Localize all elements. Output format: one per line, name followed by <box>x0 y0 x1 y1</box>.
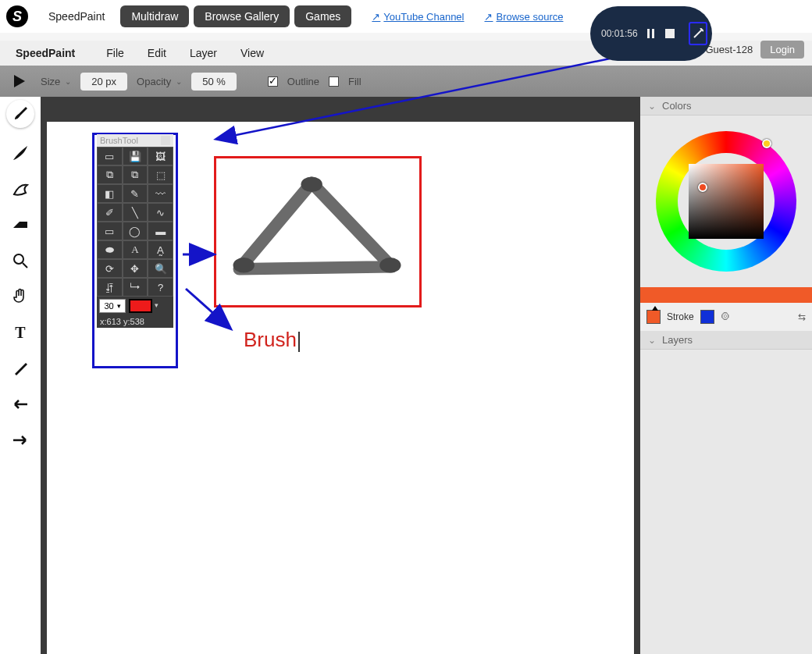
bt-text-icon[interactable]: A <box>123 240 148 259</box>
svg-rect-2 <box>665 29 675 38</box>
bt-help-icon[interactable]: ? <box>148 278 173 297</box>
stop-icon[interactable] <box>664 28 675 39</box>
link-youtube[interactable]: ↗YouTube Channel <box>372 11 464 23</box>
bt-dropper-icon[interactable]: ✐ <box>97 203 123 222</box>
bt-brush2-icon[interactable]: 〰 <box>148 184 173 203</box>
login-button[interactable]: Login <box>760 41 804 59</box>
brush-tool-icon[interactable] <box>6 100 34 128</box>
panel-collapse-icon[interactable] <box>161 136 170 145</box>
bt-coords: x:613 y:538 <box>97 315 173 328</box>
stroke-label: Stroke <box>667 311 694 322</box>
bt-line-icon[interactable]: ╲ <box>123 203 148 222</box>
app-name: SpeedPaint <box>16 47 75 59</box>
bt-zoom-icon[interactable]: 🔍 <box>148 259 173 278</box>
bt-paste-icon[interactable]: ⧉ <box>123 165 148 184</box>
link-browse-source[interactable]: ↗Browse source <box>484 11 563 23</box>
saturation-value-box[interactable] <box>689 164 764 239</box>
opacity-label: Opacity <box>137 76 171 87</box>
hue-handle[interactable] <box>762 139 771 148</box>
external-link-icon: ↗ <box>484 11 493 23</box>
svg-point-6 <box>233 258 255 273</box>
bt-select-icon[interactable]: ⬚ <box>148 165 173 184</box>
svg-point-3 <box>14 254 23 264</box>
bucket-icon[interactable]: ⭗ <box>721 311 730 322</box>
svg-rect-1 <box>652 29 654 38</box>
size-label: Size <box>41 76 60 87</box>
right-panel: ⌄Colors Stroke ⭗ ⇆ ⌄Layers <box>640 97 812 654</box>
bt-save-icon[interactable]: 💾 <box>123 147 148 165</box>
text-cursor <box>298 332 300 352</box>
bt-size-select[interactable]: 30 <box>99 299 126 313</box>
brushtool-grid: ▭ 💾 🖼 ⧉ ⧉ ⬚ ◧ ✎ 〰 ✐ ╲ ∿ ▭ ◯ ▬ ⬬ A A̰ ⟳ ✥… <box>97 147 173 297</box>
menu-view[interactable]: View <box>240 47 264 59</box>
tab-games[interactable]: Games <box>294 5 351 27</box>
bt-curve-icon[interactable]: ∿ <box>148 203 173 222</box>
current-color-swatch <box>640 287 812 303</box>
svg-line-4 <box>23 263 27 268</box>
redo-icon[interactable] <box>6 429 34 451</box>
svg-rect-0 <box>647 29 650 38</box>
layers-panel-header[interactable]: ⌄Layers <box>640 331 812 350</box>
bt-move-icon[interactable]: ✥ <box>123 259 148 278</box>
external-link-icon: ↗ <box>372 11 380 23</box>
bt-color-select[interactable] <box>129 299 152 313</box>
drawing-selection-box <box>214 156 422 307</box>
bt-ellipse-icon[interactable]: ◯ <box>123 222 148 240</box>
svg-point-7 <box>379 258 401 273</box>
bt-pointer-icon[interactable]: ⮡ <box>123 278 148 297</box>
bt-fillrect-icon[interactable]: ▬ <box>148 222 173 240</box>
logo[interactable]: S <box>6 5 28 27</box>
stroke-bar: Stroke ⭗ ⇆ <box>640 303 812 331</box>
outline-label: Outline <box>287 76 319 87</box>
colors-panel-header[interactable]: ⌄Colors <box>640 97 812 116</box>
pen-tool-icon[interactable] <box>6 142 34 164</box>
fill-label: Fill <box>348 76 361 87</box>
outline-checkbox[interactable] <box>268 76 278 87</box>
bt-image-icon[interactable]: 🖼 <box>148 147 173 165</box>
bt-eraser-icon[interactable]: ◧ <box>97 184 123 203</box>
pause-icon[interactable] <box>646 28 657 39</box>
canvas-text[interactable]: Brush <box>244 328 300 352</box>
brushtool-panel[interactable]: BrushTool ▭ 💾 🖼 ⧉ ⧉ ⬚ ◧ ✎ 〰 ✐ ╲ ∿ ▭ ◯ ▬ … <box>97 134 173 328</box>
bt-rect-icon[interactable]: ▭ <box>97 222 123 240</box>
fill-checkbox[interactable] <box>329 76 339 87</box>
fill-color-swatch[interactable] <box>646 310 661 324</box>
menu-layer[interactable]: Layer <box>190 47 217 59</box>
chevron-down-icon: ⌄ <box>648 335 656 346</box>
tab-multidraw[interactable]: Multidraw <box>120 5 189 27</box>
bt-text2-icon[interactable]: A̰ <box>148 240 173 259</box>
smudge-tool-icon[interactable] <box>6 178 34 200</box>
sv-handle[interactable] <box>698 183 707 192</box>
size-field[interactable]: 20 px <box>80 73 127 91</box>
stroke-color-swatch[interactable] <box>700 310 714 324</box>
bt-fill-icon[interactable]: ⭿ <box>97 278 123 297</box>
tool-rail: T <box>0 97 41 654</box>
chevron-down-icon: ⌄ <box>648 101 656 112</box>
brushtool-footer: 30 <box>97 297 173 315</box>
bt-new-icon[interactable]: ▭ <box>97 147 123 165</box>
recorder-pill: 00:01:56 <box>590 6 712 61</box>
color-wheel[interactable] <box>640 116 812 287</box>
bt-lasso-icon[interactable]: ⟳ <box>97 259 123 278</box>
text-tool-icon[interactable]: T <box>6 322 34 343</box>
eraser-tool-icon[interactable] <box>6 214 34 236</box>
swap-colors-icon[interactable]: ⇆ <box>798 311 806 322</box>
menu-file[interactable]: File <box>106 47 124 59</box>
bt-pencil-icon[interactable]: ✎ <box>123 184 148 203</box>
opacity-field[interactable]: 50 % <box>191 73 237 91</box>
hand-tool-icon[interactable] <box>6 286 34 307</box>
recorder-time: 00:01:56 <box>601 28 638 39</box>
triangle-drawing <box>216 158 419 307</box>
bt-fillellipse-icon[interactable]: ⬬ <box>97 240 123 259</box>
svg-point-5 <box>301 176 322 192</box>
bt-copy-icon[interactable]: ⧉ <box>97 165 123 184</box>
undo-icon[interactable] <box>6 393 34 415</box>
tab-speedpaint[interactable]: SpeedPaint <box>37 5 116 27</box>
eyedropper-tool-icon[interactable] <box>6 357 34 379</box>
draw-tool-highlight[interactable] <box>689 22 707 45</box>
tab-browse-gallery[interactable]: Browse Gallery <box>194 5 290 27</box>
zoom-tool-icon[interactable] <box>6 250 34 272</box>
play-icon[interactable] <box>14 75 25 87</box>
brushtool-header[interactable]: BrushTool <box>97 134 173 147</box>
menu-edit[interactable]: Edit <box>148 47 166 59</box>
